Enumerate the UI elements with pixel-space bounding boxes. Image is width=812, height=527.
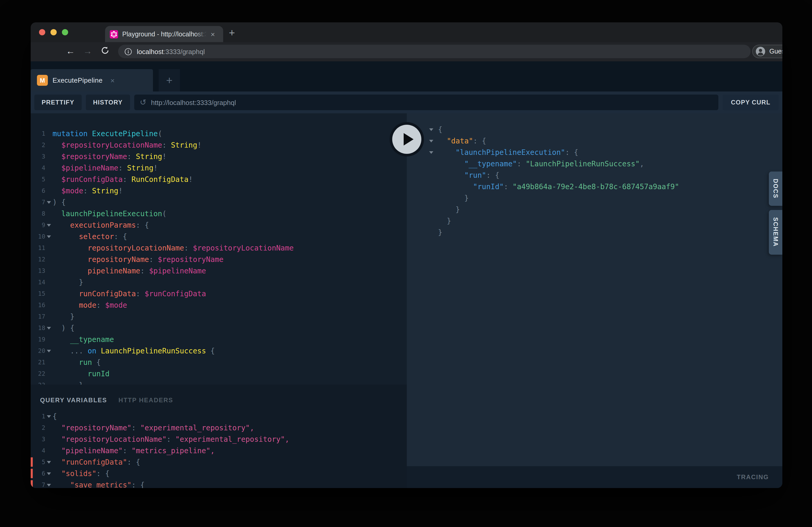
line-number: 6: [35, 185, 45, 196]
line-number: 1: [35, 410, 45, 422]
fold-arrow-icon[interactable]: [45, 468, 53, 479]
code-text: "__typename": "LaunchPipelineRunSuccess"…: [438, 158, 644, 169]
code-line[interactable]: 11 repositoryLocationName: $repositoryLo…: [35, 242, 407, 254]
fold-arrow-icon[interactable]: [45, 322, 53, 334]
playground-new-tab-button[interactable]: +: [159, 69, 180, 91]
code-text: }: [53, 311, 74, 322]
fold-arrow-icon[interactable]: [45, 456, 53, 468]
site-info-icon[interactable]: [124, 48, 132, 55]
fold-arrow-icon[interactable]: [45, 196, 53, 208]
fold-arrow-icon[interactable]: [45, 231, 53, 242]
fold-arrow-icon[interactable]: [427, 124, 438, 135]
reload-icon[interactable]: [101, 46, 109, 55]
code-line[interactable]: 13 pipelineName: $pipelineName: [35, 265, 407, 276]
code-line[interactable]: 20 ... on LaunchPipelineRunSuccess {: [35, 345, 407, 357]
code-line[interactable]: 1{: [35, 410, 407, 422]
code-text: $repositoryName: String!: [53, 151, 166, 162]
line-number: 4: [35, 162, 45, 174]
docs-side-tab[interactable]: DOCS: [769, 171, 782, 206]
code-line[interactable]: 12 repositoryName: $repositoryName: [35, 254, 407, 265]
fold-arrow-icon[interactable]: [427, 135, 438, 147]
code-text: }: [53, 379, 83, 385]
back-icon[interactable]: ←: [66, 47, 75, 56]
code-line[interactable]: 7 "save_metrics": {: [35, 479, 407, 488]
fold-gutter: [45, 254, 53, 265]
code-line[interactable]: 19 __typename: [35, 334, 407, 345]
fold-arrow-icon[interactable]: [45, 219, 53, 231]
code-text: "runId": "a49b864a-79e2-4be8-b78c-687457…: [438, 181, 679, 192]
endpoint-input[interactable]: ↺ http://localhost:3333/graphql: [134, 94, 719, 110]
code-text: "launchPipelineExecution": {: [438, 147, 578, 158]
prettify-button[interactable]: PRETTIFY: [34, 94, 82, 110]
code-text: "pipelineName": "metrics_pipeline",: [53, 445, 215, 456]
tracing-bar[interactable]: TRACING: [407, 466, 782, 488]
code-text: "data": {: [438, 135, 486, 147]
code-line[interactable]: 23 }: [35, 379, 407, 385]
endpoint-url: http://localhost:3333/graphql: [151, 99, 236, 106]
minimize-window-button[interactable]: [50, 29, 57, 35]
line-number: 22: [35, 368, 45, 379]
fold-arrow-icon[interactable]: [45, 345, 53, 357]
code-line[interactable]: 16 mode: $mode: [35, 299, 407, 311]
code-line[interactable]: 3 $repositoryName: String!: [35, 151, 407, 162]
schema-side-tab[interactable]: SCHEMA: [769, 210, 782, 255]
playground-tab-close-icon[interactable]: ×: [110, 76, 114, 85]
fold-arrow-icon[interactable]: [45, 410, 53, 422]
close-window-button[interactable]: [39, 29, 45, 35]
tab-query-variables[interactable]: QUERY VARIABLES: [40, 396, 107, 404]
fold-gutter: [427, 215, 438, 227]
tab-http-headers[interactable]: HTTP HEADERS: [119, 396, 173, 404]
code-line[interactable]: 14 }: [35, 276, 407, 288]
code-text: mode: $mode: [53, 299, 127, 311]
code-text: launchPipelineExecution(: [53, 208, 166, 219]
code-line[interactable]: 15 runConfigData: $runConfigData: [35, 288, 407, 299]
fold-arrow-icon[interactable]: [427, 147, 438, 158]
forward-icon[interactable]: →: [83, 47, 92, 56]
code-line[interactable]: 6 $mode: String!: [35, 185, 407, 196]
code-text: }: [53, 276, 83, 288]
code-line[interactable]: 10 selector: {: [35, 231, 407, 242]
fold-arrow-icon[interactable]: [45, 479, 53, 488]
line-number: 12: [35, 254, 45, 265]
execute-button[interactable]: [390, 122, 424, 156]
history-button[interactable]: HISTORY: [86, 94, 130, 110]
code-text: runId: [53, 368, 110, 379]
profile-button[interactable]: Guest: [752, 45, 782, 58]
line-number: 23: [35, 379, 45, 385]
code-text: }: [438, 192, 469, 204]
code-line[interactable]: 1mutation ExecutePipeline(: [35, 128, 407, 139]
browser-titlebar: Playground - http://localhost:3 × +: [31, 22, 782, 42]
code-line[interactable]: 4 $pipelineName: String!: [35, 162, 407, 174]
code-line[interactable]: 22 runId: [35, 368, 407, 379]
code-line[interactable]: 17 }: [35, 311, 407, 322]
fold-gutter: [45, 311, 53, 322]
code-line[interactable]: 4 "pipelineName": "metrics_pipeline",: [35, 445, 407, 456]
copy-curl-button[interactable]: COPY CURL: [723, 94, 779, 110]
url-host: localhost: [137, 48, 164, 55]
variables-editor[interactable]: 1{2 "repositoryName": "experimental_repo…: [31, 404, 407, 488]
zoom-window-button[interactable]: [62, 29, 68, 35]
fold-gutter: [45, 242, 53, 254]
code-line[interactable]: 8 launchPipelineExecution(: [35, 208, 407, 219]
code-line[interactable]: 5 $runConfigData: RunConfigData!: [35, 174, 407, 185]
code-line[interactable]: 7) {: [35, 196, 407, 208]
code-line[interactable]: 21 run {: [35, 357, 407, 368]
query-editor[interactable]: 1mutation ExecutePipeline(2 $repositoryL…: [31, 113, 407, 385]
code-line[interactable]: 5 "runConfigData": {: [35, 456, 407, 468]
mutation-badge: M: [37, 75, 48, 86]
browser-tab-close-icon[interactable]: ×: [211, 30, 215, 38]
code-line[interactable]: 9 executionParams: {: [35, 219, 407, 231]
playground-toolbar: PRETTIFY HISTORY ↺ http://localhost:3333…: [31, 91, 782, 113]
code-line[interactable]: 18 ) {: [35, 322, 407, 334]
code-line[interactable]: 6 "solids": {: [35, 468, 407, 479]
line-number: 7: [35, 479, 45, 488]
reload-schema-icon[interactable]: ↺: [140, 98, 146, 107]
line-number: 14: [35, 276, 45, 288]
code-line[interactable]: 2 "repositoryName": "experimental_reposi…: [35, 422, 407, 434]
code-line[interactable]: 3 "repositoryLocationName": "experimenta…: [35, 434, 407, 445]
url-bar[interactable]: localhost:3333/graphql: [118, 45, 751, 58]
code-line[interactable]: 2 $repositoryLocationName: String!: [35, 139, 407, 151]
browser-new-tab-button[interactable]: +: [229, 27, 235, 39]
playground-tab-executepipeline[interactable]: M ExecutePipeline ×: [31, 69, 153, 91]
browser-tab[interactable]: Playground - http://localhost:3 ×: [105, 26, 223, 42]
